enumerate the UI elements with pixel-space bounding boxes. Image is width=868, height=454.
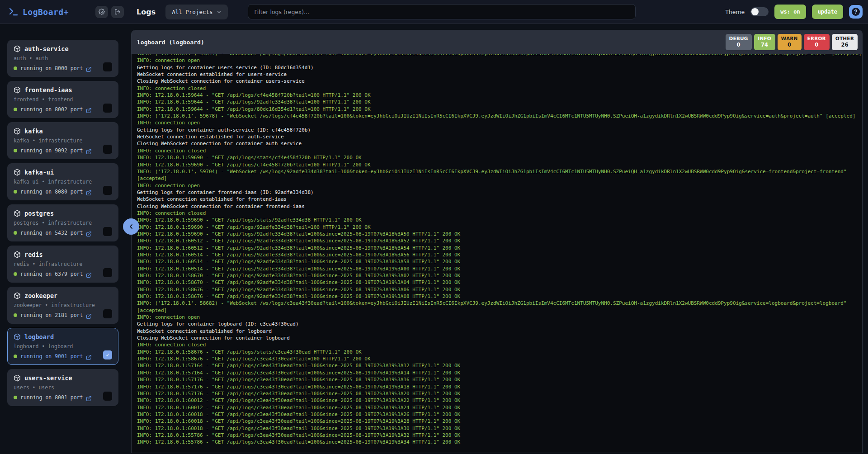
service-card[interactable]: users-service users • users running on 8…	[7, 369, 118, 406]
external-link-icon[interactable]	[86, 230, 92, 236]
project-filter-dropdown[interactable]: All Projects	[165, 5, 228, 19]
external-link-icon[interactable]	[86, 148, 92, 154]
external-link-icon[interactable]	[86, 66, 92, 71]
external-link-icon[interactable]	[86, 395, 92, 401]
service-select-checkbox[interactable]	[103, 309, 112, 318]
service-select-checkbox[interactable]	[103, 145, 112, 154]
status-dot	[14, 108, 17, 111]
log-line: Closing WebSocket connection for contain…	[137, 203, 862, 210]
log-line: Closing WebSocket connection for contain…	[137, 140, 862, 147]
badge-count: 74	[758, 42, 772, 48]
service-card[interactable]: frontend-iaas frontend • frontend runnin…	[7, 81, 118, 118]
service-name: auth-service	[24, 45, 69, 52]
help-button[interactable]: ?	[849, 5, 863, 19]
external-link-icon[interactable]	[86, 354, 92, 359]
log-line: [accepted]	[137, 175, 862, 182]
service-select-checkbox[interactable]	[103, 104, 112, 113]
log-line: WebSocket connection established for fro…	[137, 196, 862, 203]
chevron-down-icon	[217, 9, 222, 14]
service-name: users-service	[24, 374, 72, 382]
log-filter-input[interactable]	[248, 4, 636, 19]
service-status: running on 5432 port	[20, 230, 83, 236]
terminal-logo-icon	[8, 6, 19, 17]
log-line: INFO: 172.18.0.1:57164 - "GET /api/logs/…	[137, 369, 862, 376]
log-line: Closing WebSocket connection for contain…	[137, 335, 862, 341]
logout-button[interactable]	[111, 6, 124, 18]
log-line: INFO: 172.18.0.1:59690 - "GET /api/logs/…	[137, 224, 862, 231]
update-button[interactable]: update	[812, 5, 843, 19]
service-card[interactable]: redis redis • infrastructure running on …	[7, 246, 118, 283]
status-dot	[14, 149, 17, 152]
service-select-checkbox[interactable]	[103, 268, 112, 277]
log-line: INFO: 172.18.0.1:58676 - "GET /api/logs/…	[137, 293, 862, 300]
gear-icon	[99, 9, 105, 15]
container-cube-icon	[14, 292, 21, 299]
log-line: WebSocket connection established for aut…	[137, 133, 862, 140]
service-select-checkbox[interactable]	[103, 227, 112, 236]
log-line: INFO: connection open	[137, 314, 862, 321]
log-line: INFO: connection closed	[137, 85, 862, 92]
log-line: INFO: 172.18.0.1:59690 - "GET /api/logs/…	[137, 231, 862, 237]
log-line: INFO: 172.18.0.1:57164 - "GET /api/logs/…	[137, 362, 862, 369]
sidebar-collapse-button[interactable]	[123, 218, 139, 235]
status-dot	[14, 190, 17, 194]
service-subtitle: postgres • infrastructure	[14, 220, 112, 226]
service-select-checkbox[interactable]	[103, 62, 112, 71]
service-card[interactable]: auth-service auth • auth running on 8000…	[7, 40, 118, 77]
external-link-icon[interactable]	[86, 107, 92, 113]
log-panel-title: logboard (logboard)	[137, 39, 204, 46]
app-title: LogBoard+	[23, 7, 69, 17]
service-card[interactable]: postgres postgres • infrastructure runni…	[7, 204, 118, 241]
question-mark-icon: ?	[852, 8, 860, 16]
badge-count: 26	[835, 42, 854, 48]
service-subtitle: redis • infrastructure	[14, 261, 112, 267]
service-status: running on 2181 port	[20, 312, 83, 318]
log-level-badge: WARN 0	[778, 34, 802, 50]
log-line: INFO: 172.18.0.1:60012 - "GET /api/logs/…	[137, 404, 862, 411]
service-subtitle: kafka • infrastructure	[14, 137, 112, 144]
log-line: INFO: 172.18.0.1:57176 - "GET /api/logs/…	[137, 390, 862, 397]
log-line: INFO: 172.18.0.1:60514 - "GET /api/logs/…	[137, 251, 862, 258]
log-line: Getting logs for container frontend-iaas…	[137, 189, 862, 196]
service-status: running on 9001 port	[20, 353, 83, 359]
service-select-checkbox[interactable]	[103, 186, 112, 195]
service-subtitle: auth • auth	[14, 55, 112, 61]
service-card[interactable]: kafka kafka • infrastructure running on …	[7, 122, 118, 159]
log-level-badge: ERROR 0	[804, 34, 830, 50]
sidebar-header: LogBoard+	[0, 0, 131, 24]
log-output[interactable]: INFO: ('172.18.0.1', 59644) - "WebSocket…	[132, 54, 862, 453]
badge-label: DEBUG	[729, 36, 748, 41]
service-card[interactable]: logboard logboard • logboard running on …	[7, 328, 118, 365]
service-select-checkbox[interactable]	[103, 392, 112, 401]
service-status: running on 8001 port	[20, 394, 83, 401]
theme-toggle-knob	[751, 8, 759, 15]
logout-icon	[114, 9, 121, 15]
chevron-left-icon	[127, 223, 135, 230]
log-line: INFO: 172.18.0.1:59644 - "GET /api/logs/…	[137, 106, 862, 113]
log-line: INFO: 172.18.0.1:59690 - "GET /api/logs/…	[137, 217, 862, 223]
log-line: [accepted]	[137, 307, 862, 314]
websocket-status-button[interactable]: ws: on	[774, 5, 806, 19]
log-line: INFO: 172.18.0.1:60018 - "GET /api/logs/…	[137, 411, 862, 418]
log-line: INFO: 172.18.0.1:58676 - "GET /api/logs/…	[137, 355, 862, 362]
external-link-icon[interactable]	[86, 189, 92, 195]
container-cube-icon	[14, 251, 21, 258]
badge-label: INFO	[758, 36, 772, 41]
service-card[interactable]: zookeeper zookeeper • infrastructure run…	[7, 287, 118, 324]
theme-toggle[interactable]	[750, 7, 769, 16]
log-line: INFO: connection open	[137, 119, 862, 126]
service-card[interactable]: kafka-ui kafka-ui • infrastructure runni…	[7, 163, 118, 200]
external-link-icon[interactable]	[86, 271, 92, 277]
service-name: postgres	[24, 210, 54, 217]
log-line: INFO: connection closed	[137, 210, 862, 217]
service-subtitle: zookeeper • infrastructure	[14, 302, 112, 308]
project-filter-label: All Projects	[172, 9, 212, 15]
settings-button[interactable]	[95, 6, 108, 18]
log-line: INFO: 172.18.0.1:55786 - "GET /api/logs/…	[137, 439, 862, 445]
external-link-icon[interactable]	[86, 312, 92, 318]
service-name: logboard	[24, 333, 54, 340]
log-line: INFO: 172.18.0.1:58676 - "GET /api/logs/…	[137, 286, 862, 293]
service-select-checkbox[interactable]: ✓	[103, 350, 112, 359]
service-name: kafka-ui	[24, 169, 54, 176]
status-dot	[14, 272, 17, 276]
